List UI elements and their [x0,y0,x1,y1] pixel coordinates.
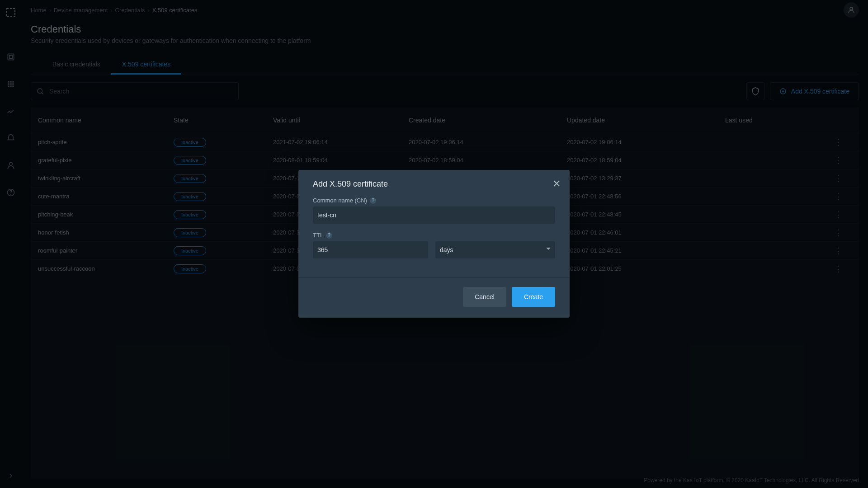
modal-title: Add X.509 certificate [313,179,388,189]
ttl-label: TTL? [313,232,555,239]
cancel-button[interactable]: Cancel [463,287,506,307]
add-certificate-modal: Add X.509 certificate ✕ Common name (CN)… [298,170,570,318]
ttl-unit-select[interactable]: days [435,241,555,258]
create-button[interactable]: Create [512,287,555,307]
ttl-value-input[interactable] [313,241,428,258]
modal-overlay[interactable]: Add X.509 certificate ✕ Common name (CN)… [0,0,868,488]
help-icon[interactable]: ? [326,232,332,239]
common-name-input[interactable] [313,206,555,224]
help-icon[interactable]: ? [370,197,376,204]
cn-label: Common name (CN)? [313,197,555,204]
close-icon[interactable]: ✕ [552,179,561,189]
